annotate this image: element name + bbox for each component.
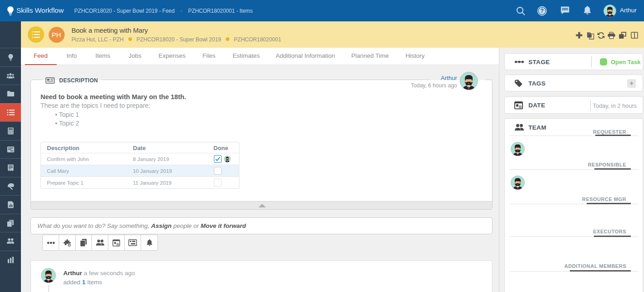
- svg-text:?: ?: [540, 8, 543, 14]
